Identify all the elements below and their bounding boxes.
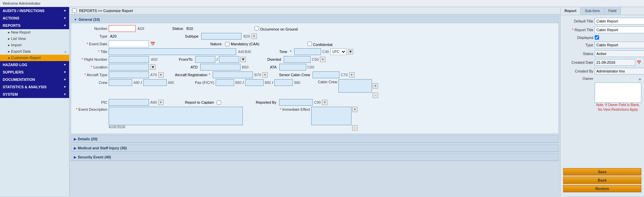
time-input[interactable]	[294, 48, 321, 55]
default-title-input[interactable]	[595, 18, 644, 24]
immediate-effect-textarea[interactable]	[311, 107, 352, 125]
atd-input[interactable]	[200, 64, 240, 70]
pic-plus[interactable]: +	[158, 100, 164, 105]
owner-label: Owner	[563, 77, 593, 81]
chevron-icon: ▼	[63, 70, 66, 74]
bullet-icon: ▸	[8, 56, 11, 60]
owner-plus-icon[interactable]: +	[639, 77, 641, 82]
aircraft-type-plus[interactable]: +	[158, 72, 164, 78]
sidebar-item-new-report[interactable]: ▸ New Report	[0, 29, 69, 36]
aircraft-type-value: A70	[150, 73, 157, 77]
ata-input[interactable]	[279, 64, 306, 70]
location-input[interactable]	[109, 64, 149, 70]
owner-textarea[interactable]	[595, 83, 641, 103]
tab-subform[interactable]: Sub-form	[581, 7, 604, 15]
pic-input[interactable]	[109, 99, 149, 106]
confidential-label: Confidential	[313, 43, 332, 47]
sidebar-item-documentation[interactable]: DOCUMENTATION ▼	[0, 76, 69, 83]
security-panel-header[interactable]: ▶ Security Event (40)	[71, 154, 558, 161]
general-panel-header[interactable]: ▼ General (10)	[71, 16, 558, 23]
aircraft-reg-plus[interactable]: +	[262, 72, 268, 78]
cabin-crew-minus[interactable]: –	[373, 93, 378, 98]
subtype-input[interactable]	[201, 33, 241, 40]
form-row-4: Title A40:B40 Time * C40 UTC Local ▼	[74, 48, 556, 55]
location-label: Location	[74, 65, 107, 69]
diverted-input[interactable]	[284, 56, 311, 63]
form-row-5: Flight Number A50 From/To / ▼ Diverted C…	[74, 56, 556, 63]
report-title-input[interactable]	[595, 27, 644, 33]
number-input[interactable]	[109, 25, 136, 32]
reported-by-input[interactable]	[279, 99, 313, 106]
pax-c-value: B80	[265, 81, 271, 85]
created-date-input	[595, 59, 635, 66]
reported-by-label: Reported By	[256, 100, 276, 104]
sidebar-item-system[interactable]: SYSTEM ▼	[0, 91, 69, 98]
sidebar-item-statistics[interactable]: STATISTICS & ANALYSIS ▼	[0, 83, 69, 91]
welcome-text: Welcome Administrator	[3, 1, 41, 5]
aircraft-reg-input[interactable]	[213, 71, 253, 78]
report-title-label: Report Title	[563, 28, 593, 32]
sidebar-item-customize-report[interactable]: ▸ Customize Report	[0, 55, 69, 61]
aircraft-reg-value: B70	[254, 73, 261, 77]
to-input[interactable]	[219, 56, 239, 63]
restore-button[interactable]: Restore	[563, 185, 641, 192]
sidebar-item-hazard[interactable]: HAZARD LOG ▼	[0, 61, 69, 68]
medical-panel-header[interactable]: ▶ Medical and Staff Injury (30)	[71, 145, 558, 152]
immediate-effect-minus[interactable]: –	[352, 125, 358, 131]
sidebar-item-export-data[interactable]: ▸ Export Data »	[0, 48, 69, 55]
title-input[interactable]	[109, 48, 236, 55]
sidebar-item-actions[interactable]: ACTIONS ▼	[0, 14, 69, 22]
sidebar-item-suppliers[interactable]: SUPPLIERS ▼	[0, 68, 69, 76]
report-to-captain-label: Report to Captain	[185, 100, 214, 104]
displayed-checkbox[interactable]	[595, 35, 599, 40]
occurrence-checkbox[interactable]	[255, 26, 259, 31]
tab-field[interactable]: Field	[604, 7, 621, 15]
location-expand[interactable]: ▼	[150, 64, 156, 70]
diverted-plus-button[interactable]: +	[320, 57, 325, 62]
crew-input-1[interactable]	[109, 79, 132, 86]
senior-cabin-crew-plus[interactable]: +	[349, 72, 355, 78]
flight-number-input[interactable]	[109, 56, 149, 63]
pax-y-input[interactable]	[274, 79, 293, 86]
sidebar-item-reports[interactable]: REPORTS ▼	[0, 22, 69, 29]
pax-c-input[interactable]	[245, 79, 264, 86]
breadcrumb-checkbox[interactable]	[72, 8, 76, 13]
crew-input-2[interactable]	[143, 79, 167, 86]
sidebar-item-audits[interactable]: AUDITS / INSPECTIONS ▼	[0, 7, 69, 14]
sidebar-item-list-view[interactable]: ▸ List View	[0, 36, 69, 42]
subtype-plus-button[interactable]: +	[252, 34, 257, 39]
event-desc-textarea[interactable]	[109, 107, 243, 125]
time-required: *	[290, 50, 291, 54]
calendar-icon[interactable]: 📅	[150, 42, 155, 46]
right-field-default-title: Default Title	[563, 18, 641, 24]
cabin-crew-textarea[interactable]	[338, 79, 372, 93]
save-button[interactable]: Save	[563, 168, 641, 176]
event-date-label: Event Date	[74, 42, 107, 46]
details-panel-header[interactable]: ▶ Details (20)	[71, 136, 558, 143]
immediate-effect-plus[interactable]: +	[352, 107, 358, 112]
pax-f-input[interactable]	[216, 79, 234, 86]
subtype-label: Subtype	[185, 34, 199, 38]
event-date-input[interactable]	[109, 41, 149, 47]
title-value: A40:B40	[238, 50, 251, 54]
aircraft-type-label: Aircraft Type	[74, 73, 107, 77]
confidential-checkbox[interactable]	[308, 42, 312, 46]
back-button[interactable]: Back	[563, 177, 641, 184]
report-to-captain-checkbox[interactable]	[217, 100, 221, 105]
chevron-icon: ▼	[63, 9, 66, 12]
senior-cabin-crew-input[interactable]	[313, 71, 339, 78]
aircraft-type-input[interactable]	[109, 71, 149, 78]
mandatory-checkbox[interactable]	[225, 42, 229, 46]
form-row-10: Event Description A100:B100 Immediate Ef…	[74, 107, 556, 131]
from-input[interactable]	[195, 56, 215, 63]
reported-by-plus[interactable]: +	[322, 100, 327, 105]
pax-label: Pax (F/C/Y)	[187, 81, 214, 85]
tab-report[interactable]: Report	[560, 7, 581, 15]
sidebar-item-import[interactable]: ▸ Import	[0, 42, 69, 48]
cabin-crew-plus[interactable]: +	[373, 83, 378, 89]
from-to-expand[interactable]: ▼	[240, 57, 246, 62]
utc-select[interactable]: UTC Local	[330, 48, 346, 55]
form-row-1: Number A10 Status: B10 Occurrence on Gro…	[74, 25, 556, 32]
calendar-icon-right[interactable]: 📅	[637, 60, 641, 65]
time-expand-button[interactable]: ▼	[348, 49, 353, 54]
